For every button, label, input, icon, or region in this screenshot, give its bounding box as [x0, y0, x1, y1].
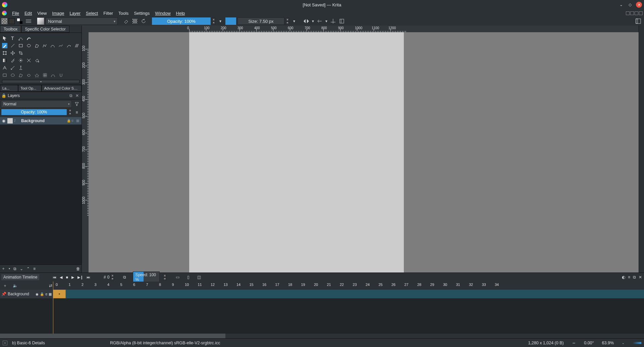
- layer-filter-icon[interactable]: [73, 100, 80, 108]
- tab-tool-options[interactable]: Tool Op...: [18, 85, 42, 92]
- zoom-slider[interactable]: [633, 342, 641, 344]
- mirror-h-icon[interactable]: [303, 17, 310, 25]
- text-tool-icon[interactable]: T: [10, 36, 15, 41]
- layer-props-icon[interactable]: ≡: [33, 266, 36, 271]
- pattern-swatch[interactable]: [1, 18, 7, 24]
- frame-number-tick[interactable]: 13: [224, 283, 228, 287]
- measure-tool-icon[interactable]: [10, 65, 15, 70]
- timeline-menu-icon[interactable]: ≡: [628, 275, 630, 280]
- frame-number-tick[interactable]: 0: [56, 283, 58, 287]
- layer-opacity-slider[interactable]: Opacity: 100%: [1, 109, 67, 115]
- move-up-icon[interactable]: ⌃: [26, 266, 30, 271]
- speed-spinner[interactable]: ▲▼: [163, 274, 166, 281]
- timeline-track-frames[interactable]: [53, 290, 644, 298]
- polygon-tool-icon[interactable]: [34, 43, 40, 48]
- move-tool-icon[interactable]: [2, 36, 7, 41]
- menu-filter[interactable]: Filter: [101, 10, 116, 16]
- brush-preset-icon[interactable]: [37, 17, 44, 25]
- right-scroll-region[interactable]: [639, 26, 644, 272]
- tab-toolbox[interactable]: Toolbox: [0, 26, 21, 33]
- reload-icon[interactable]: [140, 17, 147, 25]
- menu-view[interactable]: View: [35, 10, 49, 16]
- frame-number-tick[interactable]: 15: [250, 283, 254, 287]
- minimize-icon[interactable]: ⌄: [619, 2, 624, 7]
- frame-number-tick[interactable]: 25: [379, 283, 383, 287]
- mirror-v-more-icon[interactable]: ▾: [325, 17, 328, 25]
- menu-image[interactable]: Image: [49, 10, 67, 16]
- delete-layer-icon[interactable]: 🗑: [76, 266, 80, 271]
- timeline-scrollbar[interactable]: [0, 334, 644, 338]
- current-keyframe[interactable]: [53, 290, 66, 298]
- track-vis-icon[interactable]: ◉: [36, 292, 39, 296]
- duplicate-layer-icon[interactable]: ⧉: [13, 266, 16, 271]
- onion-a-icon[interactable]: ▭: [174, 274, 181, 281]
- zoom-frames-icon[interactable]: ⇄: [47, 282, 54, 289]
- document-canvas[interactable]: [189, 32, 404, 272]
- layer-opacity-spinner[interactable]: ▲▼: [68, 109, 72, 116]
- smart-patch-tool-icon[interactable]: [26, 58, 32, 63]
- multi-brush-tool-icon[interactable]: [74, 43, 79, 48]
- layer-lock-icon[interactable]: 🔒: [67, 119, 71, 123]
- zoom-menu-icon[interactable]: ⌄: [622, 341, 625, 345]
- speed-slider[interactable]: Speed: 100 %: [133, 271, 160, 283]
- polygon-select-tool-icon[interactable]: [18, 72, 23, 78]
- frame-number-tick[interactable]: 5: [120, 283, 122, 287]
- layout-buttons[interactable]: [626, 11, 643, 15]
- onion-c-icon[interactable]: ◫: [195, 274, 203, 281]
- layer-blend-dropdown[interactable]: Normal: [1, 100, 72, 108]
- frame-number-tick[interactable]: 12: [211, 283, 215, 287]
- dynamic-brush-tool-icon[interactable]: [66, 43, 71, 48]
- polyline-tool-icon[interactable]: [42, 43, 48, 48]
- frame-number-tick[interactable]: 32: [469, 283, 473, 287]
- colorize-tool-icon[interactable]: [18, 58, 23, 63]
- drop-frames-icon[interactable]: ⧉: [121, 274, 128, 281]
- menu-settings[interactable]: Settings: [131, 10, 152, 16]
- wrap-icon[interactable]: [329, 17, 337, 25]
- next-frame-icon[interactable]: ▶❙: [77, 275, 83, 280]
- vertical-ruler[interactable]: 1002003004005006007008009001000: [82, 32, 89, 272]
- frame-number-tick[interactable]: 6: [133, 283, 135, 287]
- freehand-path-tool-icon[interactable]: [58, 43, 63, 48]
- frame-number-tick[interactable]: 2: [82, 283, 84, 287]
- menu-select[interactable]: Select: [83, 10, 101, 16]
- frame-number-tick[interactable]: 9: [172, 283, 174, 287]
- edit-shapes-tool-icon[interactable]: [18, 36, 23, 41]
- ellipse-tool-icon[interactable]: [26, 43, 32, 48]
- ellipse-select-tool-icon[interactable]: [10, 72, 15, 78]
- magnetic-select-tool-icon[interactable]: [58, 72, 64, 78]
- menu-layer[interactable]: Layer: [67, 10, 83, 16]
- layers-close-icon[interactable]: ✕: [75, 93, 80, 98]
- frame-number-tick[interactable]: 7: [146, 283, 148, 287]
- swap-colors-icon[interactable]: [16, 17, 23, 25]
- frame-number-tick[interactable]: 31: [456, 283, 460, 287]
- mirror-v-icon[interactable]: [316, 17, 323, 25]
- frame-number-tick[interactable]: 28: [417, 283, 421, 287]
- frame-number-tick[interactable]: 30: [443, 283, 447, 287]
- frame-number-tick[interactable]: 34: [495, 283, 499, 287]
- menu-file[interactable]: File: [9, 10, 22, 16]
- lasso-select-tool-icon[interactable]: [26, 72, 32, 78]
- frame-number-tick[interactable]: 26: [391, 283, 395, 287]
- crop-tool-icon[interactable]: [18, 50, 23, 56]
- track-alpha-icon[interactable]: α: [45, 292, 47, 296]
- frame-number-tick[interactable]: 24: [366, 283, 370, 287]
- layer-item[interactable]: ◉ ⤴ Background 🔒 α ▦: [0, 117, 82, 125]
- menu-window[interactable]: Window: [152, 10, 173, 16]
- layers-float-icon[interactable]: ⧉: [69, 93, 74, 98]
- layer-name[interactable]: Background: [17, 118, 65, 123]
- frame-number[interactable]: 0: [107, 275, 110, 280]
- selection-mode-icon[interactable]: ▫: [3, 341, 7, 345]
- timeline-close-icon[interactable]: ✕: [639, 275, 642, 280]
- contiguous-select-tool-icon[interactable]: [34, 72, 40, 78]
- frame-number-tick[interactable]: 22: [340, 283, 344, 287]
- layer-checker-icon[interactable]: ▦: [76, 119, 80, 123]
- eraser-icon[interactable]: [122, 17, 130, 25]
- add-layer-icon[interactable]: ＋: [1, 266, 5, 271]
- timeline-float-icon[interactable]: ⧉: [633, 275, 636, 280]
- bezier-tool-icon[interactable]: [50, 43, 55, 48]
- tab-color-selector[interactable]: Specific Color Selector: [21, 26, 69, 33]
- gradient-tool-icon[interactable]: [2, 58, 7, 63]
- onion-skin-icon[interactable]: ◐: [622, 275, 625, 280]
- alpha-lock-icon[interactable]: [131, 17, 139, 25]
- horizontal-ruler[interactable]: 0100200300400500600700800900100011001200: [89, 26, 639, 32]
